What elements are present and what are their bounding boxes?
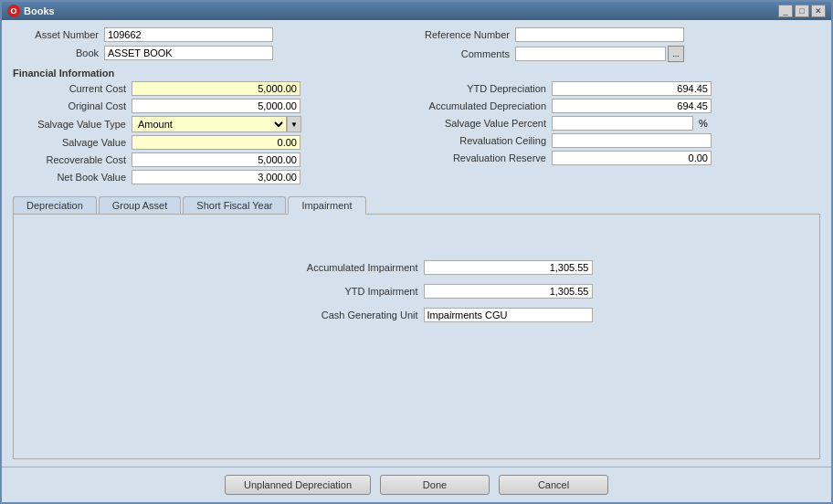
book-row: Book [13,46,396,60]
ytd-impairment-row: YTD Impairment [241,284,593,299]
current-cost-label: Current Cost [13,83,132,94]
book-label: Book [13,47,104,58]
revaluation-reserve-label: Revaluation Reserve [406,152,552,163]
recoverable-cost-label: Recoverable Cost [13,154,132,165]
salvage-value-label: Salvage Value [13,137,132,148]
salvage-value-type-select[interactable]: Amount Percentage [132,116,287,132]
reference-number-input[interactable] [515,27,684,42]
original-cost-row: Original Cost [13,99,396,113]
ytd-impairment-input[interactable] [424,284,593,299]
salvage-value-row: Salvage Value [13,135,396,150]
accumulated-depreciation-input[interactable] [552,99,712,113]
tab-impairment[interactable]: Impairment [288,196,365,215]
salvage-value-type-label: Salvage Value Type [13,119,132,130]
revaluation-ceiling-input[interactable] [552,133,712,148]
recoverable-cost-row: Recoverable Cost [13,152,396,167]
accumulated-impairment-input[interactable] [424,260,593,275]
book-input[interactable] [104,46,273,60]
net-book-value-input[interactable] [132,170,301,184]
reference-number-label: Reference Number [406,29,515,40]
dropdown-arrow-icon[interactable]: ▼ [287,116,301,132]
accumulated-impairment-row: Accumulated Impairment [241,260,593,275]
current-cost-row: Current Cost [13,81,396,96]
title-buttons: _ □ ✕ [778,5,826,17]
top-rows: Asset Number Book Reference Number Comme… [13,27,820,66]
maximize-button[interactable]: □ [795,5,809,17]
current-cost-input[interactable] [132,81,301,96]
window-title: Books [24,5,55,16]
asset-number-row: Asset Number [13,27,396,42]
salvage-value-percent-input[interactable] [552,116,693,131]
comments-input[interactable] [515,47,666,61]
books-window: O Books _ □ ✕ Asset Number Book [0,0,833,504]
original-cost-label: Original Cost [13,100,132,111]
revaluation-reserve-input[interactable] [552,151,712,165]
original-cost-input[interactable] [132,99,301,113]
financial-right: YTD Depreciation Accumulated Depreciatio… [406,81,820,187]
asset-number-label: Asset Number [13,29,104,40]
accumulated-depreciation-row: Accumulated Depreciation [406,99,820,113]
top-right: Reference Number Comments ... [406,27,820,66]
salvage-select-wrap: Amount Percentage ▼ [132,116,301,132]
ytd-depreciation-label: YTD Depreciation [406,83,552,94]
comments-input-group: ... [515,46,684,62]
accumulated-depreciation-label: Accumulated Depreciation [406,100,552,111]
main-content: Asset Number Book Reference Number Comme… [2,20,831,467]
cash-generating-unit-input[interactable] [424,308,593,322]
tabs-row: Depreciation Group Asset Short Fiscal Ye… [13,196,820,215]
title-bar-left: O Books [7,5,55,17]
comments-label: Comments [406,48,515,59]
unplanned-depreciation-button[interactable]: Unplanned Depreciation [225,475,371,495]
cancel-button[interactable]: Cancel [499,475,608,495]
salvage-value-type-row: Salvage Value Type Amount Percentage ▼ [13,116,396,132]
footer: Unplanned Depreciation Done Cancel [2,467,831,502]
salvage-value-input[interactable] [132,135,301,150]
accumulated-impairment-label: Accumulated Impairment [241,262,424,273]
tab-content: Accumulated Impairment YTD Impairment Ca… [13,214,820,459]
done-button[interactable]: Done [380,475,490,495]
minimize-button[interactable]: _ [778,5,793,17]
financial-columns: Current Cost Original Cost Salvage Value… [13,81,820,187]
recoverable-cost-input[interactable] [132,152,301,167]
revaluation-reserve-row: Revaluation Reserve [406,151,820,165]
financial-left: Current Cost Original Cost Salvage Value… [13,81,396,187]
financial-info-section: Financial Information Current Cost Origi… [13,68,820,193]
impairment-tab-inner: Accumulated Impairment YTD Impairment Ca… [23,260,810,331]
tab-short-fiscal-year[interactable]: Short Fiscal Year [183,196,286,215]
percent-row: % [552,116,708,131]
app-icon: O [7,5,20,17]
financial-info-label: Financial Information [13,68,820,79]
reference-number-row: Reference Number [406,27,820,42]
salvage-value-percent-label: Salvage Value Percent [406,118,552,129]
tab-depreciation[interactable]: Depreciation [13,196,97,215]
comments-button[interactable]: ... [668,46,684,62]
title-bar: O Books _ □ ✕ [2,2,831,20]
top-left: Asset Number Book [13,27,396,66]
ytd-depreciation-input[interactable] [552,81,712,96]
close-button[interactable]: ✕ [811,5,826,17]
net-book-value-label: Net Book Value [13,172,132,183]
net-book-value-row: Net Book Value [13,170,396,184]
tab-group-asset[interactable]: Group Asset [99,196,182,215]
cash-generating-unit-label: Cash Generating Unit [241,310,424,320]
ytd-depreciation-row: YTD Depreciation [406,81,820,96]
revaluation-ceiling-row: Revaluation Ceiling [406,133,820,148]
salvage-value-percent-row: Salvage Value Percent % [406,116,820,131]
asset-number-input[interactable] [104,27,273,42]
comments-row: Comments ... [406,46,820,62]
cash-generating-unit-row: Cash Generating Unit [241,308,593,322]
ytd-impairment-label: YTD Impairment [241,286,424,297]
percent-symbol: % [699,118,708,129]
revaluation-ceiling-label: Revaluation Ceiling [406,135,552,146]
